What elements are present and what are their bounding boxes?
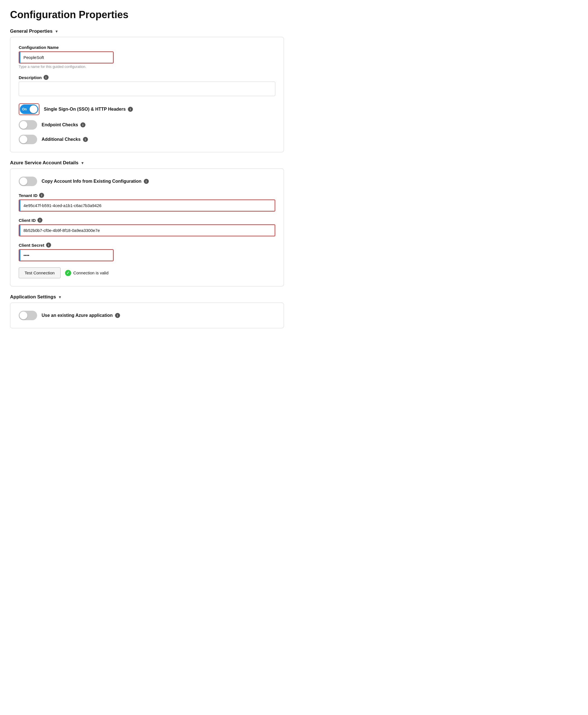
endpoint-toggle-track[interactable] <box>19 120 37 130</box>
client-secret-outline <box>19 249 113 261</box>
azure-section-chevron[interactable]: ▼ <box>81 161 84 165</box>
connection-valid-icon: ✓ <box>65 270 71 276</box>
existing-app-toggle-thumb <box>20 311 27 319</box>
sso-toggle-on-label: On <box>22 107 27 111</box>
app-settings-chevron[interactable]: ▼ <box>58 295 62 299</box>
additional-info-icon[interactable]: i <box>83 137 88 142</box>
description-input[interactable] <box>19 82 275 96</box>
tenant-id-input[interactable] <box>19 200 275 211</box>
endpoint-toggle-switch[interactable] <box>19 120 37 130</box>
description-group: Description i <box>19 75 275 97</box>
existing-app-label: Use an existing Azure application i <box>42 313 120 318</box>
tenant-id-outline <box>19 200 275 211</box>
general-properties-card: Configuration Name Type a name for this … <box>10 37 284 152</box>
description-label: Description i <box>19 75 275 80</box>
page-title: Configuration Properties <box>10 9 284 21</box>
client-secret-label: Client Secret i <box>19 243 275 248</box>
app-settings-card: Use an existing Azure application i <box>10 303 284 328</box>
client-id-label: Client ID i <box>19 218 275 223</box>
connection-valid-indicator: ✓ Connection is valid <box>65 270 109 276</box>
client-id-input[interactable] <box>19 225 275 236</box>
sso-toggle-row: On Single Sign-On (SSO) & HTTP Headers i <box>19 103 275 115</box>
azure-section-header: Azure Service Account Details ▼ <box>10 160 284 166</box>
additional-toggle-row: Additional Checks i <box>19 135 275 144</box>
additional-toggle-switch[interactable] <box>19 135 37 144</box>
existing-app-info-icon[interactable]: i <box>115 313 120 318</box>
endpoint-label: Endpoint Checks i <box>42 122 85 127</box>
copy-account-info-icon[interactable]: i <box>144 179 149 184</box>
sso-toggle-track[interactable]: On <box>20 104 38 114</box>
client-secret-input[interactable] <box>19 250 113 261</box>
additional-toggle-thumb <box>20 136 27 143</box>
client-secret-info-icon[interactable]: i <box>46 243 51 248</box>
tenant-id-info-icon[interactable]: i <box>39 193 44 198</box>
existing-app-toggle-row: Use an existing Azure application i <box>19 311 275 320</box>
general-properties-header: General Properties ▼ <box>10 28 284 34</box>
copy-account-toggle-thumb <box>20 178 27 185</box>
existing-app-toggle-switch[interactable] <box>19 311 37 320</box>
copy-account-toggle-row: Copy Account Info from Existing Configur… <box>19 177 275 186</box>
config-name-hint: Type a name for this guided configuratio… <box>19 64 275 69</box>
azure-section-card: Copy Account Info from Existing Configur… <box>10 168 284 286</box>
test-connection-button[interactable]: Test Connection <box>19 267 61 278</box>
sso-toggle-thumb <box>29 105 37 113</box>
sso-label: Single Sign-On (SSO) & HTTP Headers i <box>44 107 133 112</box>
tenant-id-group: Tenant ID i <box>19 193 275 211</box>
general-properties-label: General Properties <box>10 28 52 34</box>
additional-label: Additional Checks i <box>42 137 88 142</box>
existing-app-toggle-track[interactable] <box>19 311 37 320</box>
client-secret-input-wrapper <box>19 250 113 261</box>
tenant-id-label: Tenant ID i <box>19 193 275 198</box>
azure-section-label: Azure Service Account Details <box>10 160 79 166</box>
app-settings-label: Application Settings <box>10 294 56 300</box>
config-name-input-wrapper <box>19 52 113 63</box>
test-connection-row: Test Connection ✓ Connection is valid <box>19 267 275 278</box>
general-properties-chevron[interactable]: ▼ <box>55 29 58 34</box>
config-name-outline <box>19 52 113 63</box>
additional-toggle-track[interactable] <box>19 135 37 144</box>
endpoint-toggle-row: Endpoint Checks i <box>19 120 275 130</box>
tenant-id-input-wrapper <box>19 200 275 211</box>
client-id-info-icon[interactable]: i <box>37 218 42 223</box>
connection-valid-text: Connection is valid <box>74 270 109 275</box>
endpoint-toggle-thumb <box>20 121 27 129</box>
sso-info-icon[interactable]: i <box>128 107 133 112</box>
client-secret-group: Client Secret i <box>19 243 275 261</box>
client-id-outline <box>19 224 275 237</box>
client-id-group: Client ID i <box>19 218 275 237</box>
client-id-input-wrapper <box>19 225 275 236</box>
description-info-icon[interactable]: i <box>44 75 48 80</box>
config-name-group: Configuration Name Type a name for this … <box>19 45 275 69</box>
sso-toggle-outline: On <box>19 103 39 115</box>
app-settings-header: Application Settings ▼ <box>10 294 284 300</box>
config-name-label: Configuration Name <box>19 45 275 50</box>
copy-account-toggle-track[interactable] <box>19 177 37 186</box>
config-name-input[interactable] <box>19 52 113 63</box>
copy-account-toggle-switch[interactable] <box>19 177 37 186</box>
endpoint-info-icon[interactable]: i <box>80 122 85 127</box>
copy-account-label: Copy Account Info from Existing Configur… <box>42 179 149 184</box>
sso-toggle-switch[interactable]: On <box>20 104 38 114</box>
